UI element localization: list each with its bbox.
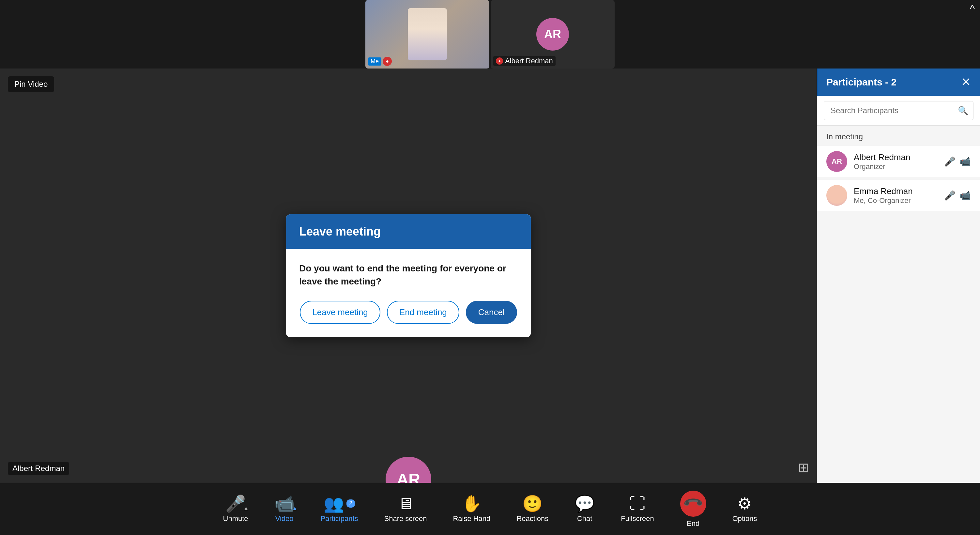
modal-header: Leave meeting xyxy=(286,214,531,249)
modal-overlay: Leave meeting Do you want to end the mee… xyxy=(0,68,817,483)
raise-hand-label: Raise Hand xyxy=(453,514,490,523)
share-screen-label: Share screen xyxy=(384,514,427,523)
toolbar-item-end[interactable]: 📞 End xyxy=(667,487,719,531)
video-label: Video xyxy=(275,514,294,523)
toolbar-item-raise-hand[interactable]: ✋ Raise Hand xyxy=(440,492,503,526)
options-label: Options xyxy=(732,514,757,523)
in-meeting-label: In meeting xyxy=(817,126,980,145)
bottom-toolbar: 🎤 ▲ Unmute 📹 ▲ Video 👥 2 Participants 🖥 … xyxy=(0,483,980,535)
leave-meeting-button[interactable]: Leave meeting xyxy=(300,301,380,324)
end-icon: 📞 xyxy=(682,492,704,515)
video-tile-albert: AR ● Albert Redman xyxy=(491,0,615,68)
cancel-button[interactable]: Cancel xyxy=(466,301,517,324)
me-badge: Me xyxy=(368,57,381,65)
leave-meeting-modal: Leave meeting Do you want to end the mee… xyxy=(286,214,531,337)
video-chevron: ▲ xyxy=(292,505,298,512)
end-meeting-button[interactable]: End meeting xyxy=(387,301,459,324)
panel-close-button[interactable]: ✕ xyxy=(961,76,971,88)
toolbar-item-options[interactable]: ⚙ Options xyxy=(719,492,770,526)
end-button[interactable]: 📞 xyxy=(680,490,706,517)
recording-icon-2: ● xyxy=(496,57,503,65)
albert-tile-label: ● Albert Redman xyxy=(493,56,555,66)
end-label: End xyxy=(687,519,700,528)
options-icon: ⚙ xyxy=(737,495,752,512)
recording-icon: ● xyxy=(383,57,392,66)
toolbar-item-unmute[interactable]: 🎤 ▲ Unmute xyxy=(210,492,261,526)
participant-info-emma: Emma Redman Me, Co-Organizer xyxy=(854,186,938,205)
participant-controls-albert: 🎤 📹 xyxy=(944,156,971,167)
toolbar-item-reactions[interactable]: 🙂 Reactions xyxy=(503,492,562,526)
participants-label: Participants xyxy=(321,514,358,523)
chat-icon: 💬 xyxy=(574,495,595,512)
participants-panel: Participants - 2 ✕ 🔍 In meeting AR Alber… xyxy=(817,68,980,483)
panel-header: Participants - 2 ✕ xyxy=(817,68,980,96)
video-icon-albert[interactable]: 📹 xyxy=(959,156,971,167)
toolbar-item-video[interactable]: 📹 ▲ Video xyxy=(261,492,308,526)
participant-role-albert: Organizer xyxy=(854,162,938,171)
reactions-icon: 🙂 xyxy=(522,495,542,512)
fullscreen-label: Fullscreen xyxy=(621,514,654,523)
video-icon: 📹 xyxy=(274,495,294,512)
chat-label: Chat xyxy=(577,514,592,523)
search-participants-input[interactable] xyxy=(824,101,974,120)
search-icon: 🔍 xyxy=(958,106,968,116)
participants-badge: 2 xyxy=(347,500,355,508)
participant-item-emma: Emma Redman Me, Co-Organizer 🎤 📹 xyxy=(817,180,980,211)
participant-name-albert: Albert Redman xyxy=(854,152,938,162)
avatar-albert: AR xyxy=(826,151,847,172)
modal-body: Do you want to end the meeting for every… xyxy=(286,249,531,337)
unmute-chevron: ▲ xyxy=(243,505,249,512)
modal-title: Leave meeting xyxy=(299,225,381,238)
share-screen-icon: 🖥 xyxy=(397,495,414,512)
avatar-ar: AR xyxy=(536,18,569,51)
unmute-label: Unmute xyxy=(223,514,248,523)
participant-controls-emma: 🎤 📹 xyxy=(944,190,971,201)
video-main: Pin Video AR Albert Redman ⊞ Leave meeti… xyxy=(0,68,817,483)
mute-icon-emma[interactable]: 🎤 xyxy=(944,190,956,201)
toolbar-item-fullscreen[interactable]: ⛶ Fullscreen xyxy=(608,492,667,526)
fullscreen-icon: ⛶ xyxy=(629,495,646,512)
participant-role-emma: Me, Co-Organizer xyxy=(854,196,938,205)
toolbar-item-share-screen[interactable]: 🖥 Share screen xyxy=(371,492,440,526)
modal-question: Do you want to end the meeting for every… xyxy=(299,262,518,287)
modal-actions: Leave meeting End meeting Cancel xyxy=(299,301,518,324)
video-tile-me: Me ● xyxy=(365,0,489,68)
mute-icon-albert[interactable]: 🎤 xyxy=(944,156,956,167)
unmute-icon: 🎤 xyxy=(226,495,246,512)
video-icon-emma[interactable]: 📹 xyxy=(959,190,971,201)
reactions-label: Reactions xyxy=(516,514,548,523)
participants-icon: 👥 xyxy=(324,495,344,512)
raise-hand-icon: ✋ xyxy=(461,495,482,512)
avatar-emma xyxy=(826,185,847,206)
participant-item-albert: AR Albert Redman Organizer 🎤 📹 xyxy=(817,146,980,177)
search-wrapper: 🔍 xyxy=(824,101,974,120)
minimize-button[interactable]: ^ xyxy=(970,3,975,15)
toolbar-item-chat[interactable]: 💬 Chat xyxy=(562,492,608,526)
participant-name-emma: Emma Redman xyxy=(854,186,938,196)
video-strip: ^ Me ● AR ● Albert Redman xyxy=(0,0,980,68)
participant-info-albert: Albert Redman Organizer xyxy=(854,152,938,171)
panel-title: Participants - 2 xyxy=(826,76,896,88)
main-area: Pin Video AR Albert Redman ⊞ Leave meeti… xyxy=(0,68,980,483)
search-box: 🔍 xyxy=(817,96,980,126)
toolbar-item-participants[interactable]: 👥 2 Participants xyxy=(308,492,371,526)
